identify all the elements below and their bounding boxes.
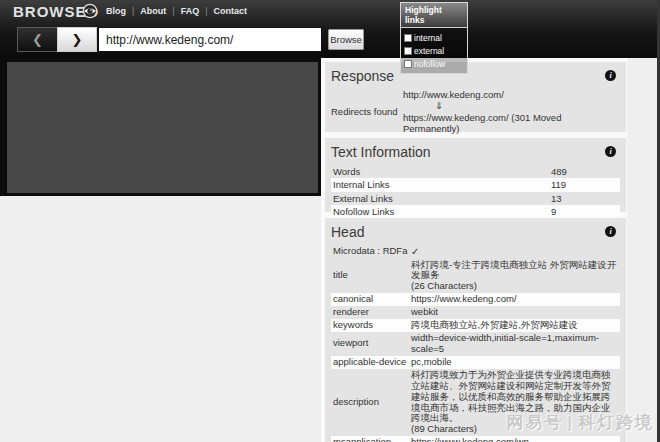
checkbox-label: external (414, 46, 444, 56)
row-label: External Links (333, 193, 551, 204)
row-label: renderer (333, 307, 411, 318)
watermark-divider: | (567, 413, 574, 432)
nav-separator: | (172, 6, 174, 16)
table-row: Microdata : RDFa ✓ (331, 245, 620, 259)
row-value: 跨境电商独立站,外贸建站,外贸网站建设 (411, 320, 618, 331)
character-count: (26 Characters) (411, 280, 477, 291)
table-row: Nofollow Links 9 (331, 205, 620, 218)
logo-row: BROWSEO Blog | About | FAQ | Contact (0, 0, 660, 22)
checkbox-icon[interactable] (404, 47, 412, 55)
eye-icon (82, 3, 98, 19)
nav-about[interactable]: About (140, 6, 166, 16)
info-icon[interactable]: i (605, 146, 616, 157)
redirect-chain: http://www.kedeng.com/ ⇓ https://www.ked… (403, 89, 620, 135)
checkbox-icon[interactable] (404, 60, 412, 68)
checkbox-nofollow[interactable]: nofollow (404, 59, 464, 69)
row-value: width=device-width,initial-scale=1,maxim… (411, 333, 618, 355)
highlight-links-title: Highlight links (401, 3, 467, 28)
rendered-page-preview (7, 62, 318, 193)
row-value: webkit (411, 307, 618, 318)
row-value: 119 (551, 179, 566, 190)
checkbox-icon[interactable] (404, 34, 412, 42)
row-label: Microdata : RDFa (333, 246, 411, 257)
text-information-section: Text Information i Words 489 Internal Li… (325, 138, 626, 212)
table-row: canonical https://www.kedeng.com/ (331, 293, 620, 306)
redirect-from-url: http://www.kedeng.com/ (403, 89, 620, 100)
row-value: 489 (551, 166, 567, 177)
character-count: (89 Characters) (411, 423, 477, 434)
watermark: 网易号|科灯跨境 (506, 411, 654, 434)
head-title: Head (331, 224, 620, 240)
row-label: canonical (333, 294, 411, 305)
row-label: Words (333, 166, 551, 177)
row-label: title (333, 270, 411, 281)
highlight-links-options: internal external nofollow (401, 28, 467, 73)
row-value: pc,mobile (411, 357, 618, 368)
browseo-app: BROWSEO Blog | About | FAQ | Contact ❮ (0, 0, 660, 442)
nav-blog[interactable]: Blog (106, 6, 126, 16)
row-label: viewport (333, 338, 411, 349)
highlight-links-panel: Highlight links internal external nofoll… (400, 2, 468, 74)
top-nav: Blog | About | FAQ | Contact (106, 6, 247, 16)
info-icon[interactable]: i (605, 70, 616, 81)
table-row: External Links 13 (331, 192, 620, 205)
page-preview-backdrop (0, 58, 322, 196)
head-section: Head i Microdata : RDFa ✓ title 科灯跨境-专注于… (325, 218, 626, 442)
row-value: 9 (551, 206, 556, 217)
browser-toolbar: ❮ ❯ Browse (0, 22, 660, 58)
redirects-row: Redirects found http://www.kedeng.com/ ⇓… (331, 89, 620, 135)
table-row: Words 489 (331, 165, 620, 178)
redirect-arrow-icon: ⇓ (403, 100, 620, 111)
watermark-netease: 网易号 (506, 413, 563, 432)
row-value: https://www.kedeng.com/wp-content/upload… (411, 437, 618, 442)
table-row: Internal Links 119 (331, 178, 620, 191)
forward-arrow-icon: ❯ (72, 32, 83, 47)
nav-faq[interactable]: FAQ (181, 6, 200, 16)
checkbox-label: internal (414, 33, 442, 43)
checkbox-internal[interactable]: internal (404, 33, 464, 43)
title-text: 科灯跨境-专注于跨境电商独立站 外贸网站建设开发服务 (411, 259, 616, 281)
table-row: renderer webkit (331, 306, 620, 319)
forward-button[interactable]: ❯ (57, 27, 97, 52)
nav-separator: | (132, 6, 134, 16)
response-title: Response (331, 68, 620, 84)
results-panel: Response i Redirects found http://www.ke… (321, 58, 627, 442)
redirect-to-url: https://www.kedeng.com/ (301 Moved Perma… (403, 112, 620, 135)
info-icon[interactable]: i (605, 226, 616, 237)
row-label: Internal Links (333, 179, 551, 190)
row-value: https://www.kedeng.com/ (411, 294, 618, 305)
table-row: keywords 跨境电商独立站,外贸建站,外贸网站建设 (331, 319, 620, 332)
response-section: Response i Redirects found http://www.ke… (325, 62, 626, 132)
text-information-title: Text Information (331, 144, 620, 160)
top-header: BROWSEO Blog | About | FAQ | Contact ❮ (0, 0, 660, 58)
redirects-label: Redirects found (331, 89, 403, 135)
table-row: title 科灯跨境-专注于跨境电商独立站 外贸网站建设开发服务 (26 Cha… (331, 259, 620, 294)
checkbox-label: nofollow (414, 59, 445, 69)
checkmark-icon: ✓ (411, 246, 618, 258)
nav-contact[interactable]: Contact (214, 6, 248, 16)
url-input[interactable] (98, 27, 322, 52)
browse-button[interactable]: Browse (328, 29, 364, 50)
table-row: viewport width=device-width,initial-scal… (331, 332, 620, 356)
checkbox-external[interactable]: external (404, 46, 464, 56)
row-label: applicable-device (333, 357, 411, 368)
table-row: msapplication-tileimage https://www.kede… (331, 436, 620, 442)
row-value: 13 (551, 193, 562, 204)
table-row: applicable-device pc,mobile (331, 356, 620, 369)
row-value: 科灯跨境-专注于跨境电商独立站 外贸网站建设开发服务 (26 Character… (411, 260, 618, 293)
watermark-brand: 科灯跨境 (578, 413, 654, 432)
row-label: Nofollow Links (333, 206, 551, 217)
row-label: description (333, 397, 411, 408)
back-button[interactable]: ❮ (17, 27, 57, 52)
row-label: msapplication-tileimage (333, 437, 411, 442)
row-label: keywords (333, 320, 411, 331)
back-arrow-icon: ❮ (32, 32, 43, 47)
nav-separator: | (205, 6, 207, 16)
